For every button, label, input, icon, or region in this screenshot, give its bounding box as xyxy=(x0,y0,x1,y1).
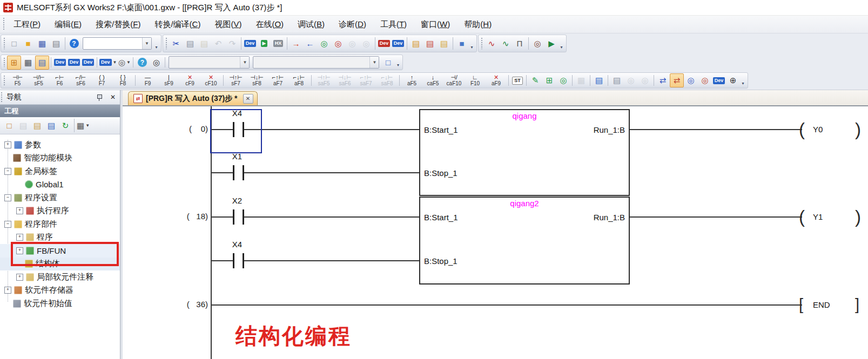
dropdown-icon[interactable]: ▼ xyxy=(142,38,151,49)
edit-ladder-button[interactable]: ✎ xyxy=(528,73,542,87)
rising-pulse-close-branch-button[interactable]: ⌐↑⊢saF7 xyxy=(355,72,376,89)
tree-item-3[interactable]: Global1 xyxy=(0,178,120,192)
statement-display-button[interactable]: ▤ xyxy=(423,37,437,51)
invert-result-up-button[interactable]: ↑aF5 xyxy=(401,72,422,89)
falling-pulse-close-branch-button[interactable]: ⌐↓⊢saF8 xyxy=(376,72,398,89)
project-window-button[interactable]: ⊞ xyxy=(7,56,21,70)
expand-icon[interactable]: + xyxy=(16,274,23,281)
find-result-button[interactable]: □ xyxy=(381,56,395,70)
menu-item-8[interactable]: 工具(T) xyxy=(373,17,414,32)
trace-setting-button[interactable]: ∿ xyxy=(485,37,499,51)
invert-result-down-button[interactable]: ↓caF5 xyxy=(422,72,443,89)
falling-pulse-button[interactable]: ⊣↓⊢sF8 xyxy=(246,72,267,89)
menu-item-3[interactable]: 转换/编译(C) xyxy=(147,17,207,32)
comment-display-button[interactable]: ▤ xyxy=(409,37,423,51)
invert-operation-button[interactable]: ⊣/caF10 xyxy=(443,72,465,89)
refresh-button[interactable]: ↻ xyxy=(58,119,72,133)
find-prev-button[interactable]: ◎ xyxy=(624,73,638,87)
module-config-button[interactable]: ▦ xyxy=(21,56,35,70)
toolbar-overflow-icon[interactable]: ▾ xyxy=(559,36,564,51)
function-block-qigang2[interactable]: qigang2B:Start_1B:Stop_1Run_1:B xyxy=(419,197,630,285)
plc-read-button[interactable]: ← xyxy=(303,37,317,51)
note-display-button[interactable]: ▤ xyxy=(437,37,451,51)
end-instruction[interactable]: END xyxy=(813,300,830,309)
expand-icon[interactable]: + xyxy=(4,141,11,148)
read-search-button[interactable]: ◎ xyxy=(684,73,698,87)
new-data-button[interactable]: □ xyxy=(2,119,16,133)
delete-horizontal-line-button[interactable]: ✕cF9 xyxy=(179,72,200,89)
menu-item-0[interactable]: 工程(P) xyxy=(6,17,48,32)
device-list-button[interactable]: Dev xyxy=(67,56,81,70)
data-property-button[interactable]: ▤ xyxy=(44,119,58,133)
device-find-button[interactable]: Dev xyxy=(243,37,257,51)
toolbar-grip[interactable] xyxy=(3,76,5,85)
application-instruction-button[interactable]: { }F8 xyxy=(112,72,133,89)
block-edit-button[interactable]: ▦ xyxy=(574,73,588,87)
menu-item-9[interactable]: 窗口(W) xyxy=(414,17,457,32)
monitor-write-button[interactable]: ◎ xyxy=(345,37,359,51)
open-contact-button[interactable]: ⊣⊢F5 xyxy=(7,72,28,89)
zoom-button[interactable]: ⊕ xyxy=(726,73,740,87)
delete-vertical-line-button[interactable]: ✕cF10 xyxy=(200,72,221,89)
coil-y1[interactable]: Y1 xyxy=(813,212,823,221)
display-setting-button[interactable]: ■ xyxy=(455,37,469,51)
device-test-button[interactable]: ◎▼ xyxy=(117,56,131,70)
device-name-combo[interactable]: ▼ xyxy=(253,56,379,69)
tree-item-6[interactable]: −程序部件 xyxy=(0,218,120,231)
rising-pulse-button[interactable]: ⊣↑⊢sF7 xyxy=(225,72,246,89)
toolbar-overflow-icon[interactable]: ▾ xyxy=(395,56,401,69)
close-contact-button[interactable]: ⊣/⊢sF5 xyxy=(28,72,49,89)
write-search-button[interactable]: ◎ xyxy=(698,73,712,87)
trace-pulse-button[interactable]: Π xyxy=(513,37,527,51)
open-project-button[interactable]: ■ xyxy=(21,37,35,51)
toolbar-overflow-icon[interactable]: ▾ xyxy=(740,73,746,87)
tab-prg-auto[interactable]: ⇄ [PRG]R 写入 Auto (37)步 * ✕ xyxy=(128,91,258,105)
sampling-trace-button[interactable]: ◎ xyxy=(530,37,544,51)
help-tip-button[interactable]: ? xyxy=(135,56,149,70)
document-button[interactable]: ▤ xyxy=(610,73,624,87)
new-project-button[interactable]: □ xyxy=(7,37,21,51)
menu-item-5[interactable]: 在线(O) xyxy=(248,17,291,32)
find-binoculars-button[interactable]: ◎ xyxy=(149,56,163,70)
print-button[interactable]: ▤ xyxy=(49,37,63,51)
plc-write-button[interactable]: → xyxy=(289,37,303,51)
help-button[interactable]: ? xyxy=(67,37,81,51)
collapse-icon[interactable]: − xyxy=(4,194,11,201)
toolbar-overflow-icon[interactable]: ▾ xyxy=(469,36,475,51)
expand-icon[interactable]: + xyxy=(16,234,23,241)
copy-data-button[interactable]: ▤ xyxy=(16,119,30,133)
tree-item-4[interactable]: −程序设置 xyxy=(0,191,120,205)
menu-item-1[interactable]: 编辑(E) xyxy=(48,17,89,32)
open-branch-button[interactable]: ⌐⊢F6 xyxy=(49,72,70,89)
monitor-read-button[interactable]: ◎ xyxy=(359,37,373,51)
dropdown-icon[interactable]: ▼ xyxy=(240,57,249,68)
horizontal-line-button[interactable]: —F9 xyxy=(137,72,158,89)
tree-item-11[interactable]: +软元件存储器 xyxy=(0,284,120,297)
dropdown-icon[interactable]: ▼ xyxy=(369,57,379,68)
coil-y0[interactable]: Y0 xyxy=(813,125,823,134)
rising-pulse-close-button[interactable]: ⊣↑⊢saF5 xyxy=(313,72,334,89)
device-display-menu-button[interactable]: Dev▼ xyxy=(99,56,117,70)
contact-x4[interactable] xyxy=(233,253,244,268)
vertical-line-button[interactable]: |sF9 xyxy=(158,72,179,89)
device-comment-list-button[interactable]: Dev xyxy=(53,56,67,70)
copy-button[interactable]: ▤ xyxy=(183,37,197,51)
redo-button[interactable]: ↷ xyxy=(225,37,239,51)
falling-pulse-branch-button[interactable]: ⌐↓⊢aF8 xyxy=(288,72,309,89)
sort-button[interactable]: ▦▼ xyxy=(76,119,90,133)
toolbar-grip[interactable] xyxy=(3,38,5,49)
toolbar-grip[interactable] xyxy=(481,38,483,49)
expand-icon[interactable]: + xyxy=(16,207,23,214)
tree-item-1[interactable]: 智能功能模块 xyxy=(0,152,120,165)
expand-icon[interactable]: + xyxy=(4,287,11,294)
tree-item-5[interactable]: +执行程序 xyxy=(0,205,120,218)
cut-button[interactable]: ✂ xyxy=(169,37,183,51)
device-display-2-button[interactable]: Dev xyxy=(391,37,405,51)
work-window-button[interactable]: ▤ xyxy=(35,56,49,70)
toolbar-overflow-icon[interactable]: ▾ xyxy=(153,36,159,51)
rising-pulse-branch-button[interactable]: ⌐↑⊢aF7 xyxy=(267,72,288,89)
paste-data-button[interactable]: ▤ xyxy=(30,119,44,133)
menu-item-7[interactable]: 诊断(D) xyxy=(332,17,373,32)
monitor-stop-button[interactable]: ◎ xyxy=(331,37,345,51)
pin-icon[interactable] xyxy=(97,94,102,100)
